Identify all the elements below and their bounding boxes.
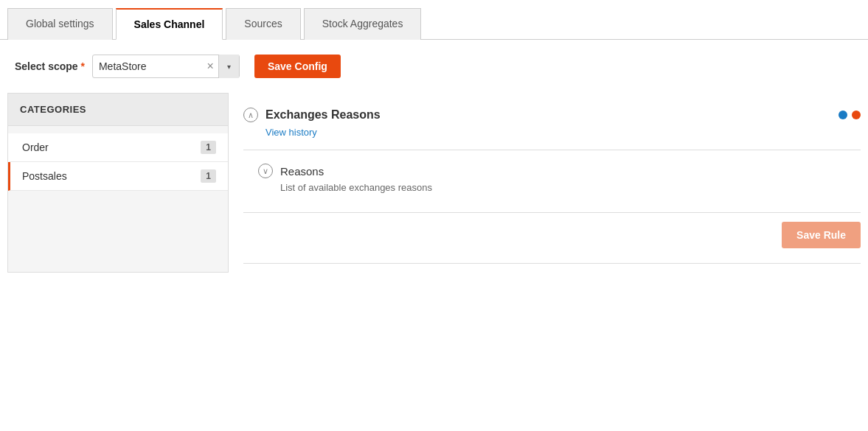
save-rule-button[interactable]: Save Rule bbox=[782, 222, 861, 248]
sub-section-description: List of available exchanges reasons bbox=[258, 182, 432, 193]
section-collapse-icon[interactable]: ∧ bbox=[243, 108, 258, 122]
main-content: CATEGORIES Order 1 Postsales 1 ∧ Exchang… bbox=[0, 93, 868, 273]
required-indicator: * bbox=[81, 60, 85, 72]
scope-label: Select scope * bbox=[15, 60, 85, 72]
subsection-collapse-icon[interactable]: ∨ bbox=[258, 164, 273, 178]
scope-row: Select scope * MetaStore × ▾ Save Config bbox=[0, 40, 868, 93]
tabs-bar: Global settings Sales Channel Sources St… bbox=[0, 0, 868, 40]
sub-section-header: ∨ Reasons bbox=[258, 164, 861, 178]
section-title: Exchanges Reasons bbox=[265, 108, 381, 122]
sub-section-title: Reasons bbox=[280, 165, 324, 178]
tab-sales-channel[interactable]: Sales Channel bbox=[116, 8, 223, 40]
tab-sources[interactable]: Sources bbox=[226, 8, 300, 40]
section-header: ∧ Exchanges Reasons bbox=[243, 100, 861, 127]
scope-clear-button[interactable]: × bbox=[203, 55, 218, 78]
sidebar-item-postsales-label: Postsales bbox=[22, 170, 67, 182]
footer-divider bbox=[243, 263, 861, 264]
sidebar-item-postsales-badge: 1 bbox=[201, 169, 216, 183]
section-dots bbox=[839, 111, 861, 119]
orange-dot bbox=[852, 111, 861, 119]
bottom-divider bbox=[243, 212, 861, 213]
sidebar: CATEGORIES Order 1 Postsales 1 bbox=[7, 93, 229, 273]
view-history-link[interactable]: View history bbox=[243, 127, 861, 144]
section-divider bbox=[243, 150, 861, 150]
scope-select-value: MetaStore bbox=[93, 55, 203, 78]
save-config-button[interactable]: Save Config bbox=[254, 55, 341, 78]
right-content: ∧ Exchanges Reasons View history ∨ Reaso… bbox=[243, 93, 861, 273]
sidebar-item-postsales[interactable]: Postsales 1 bbox=[8, 162, 228, 191]
scope-dropdown-button[interactable]: ▾ bbox=[218, 55, 239, 78]
scope-select-wrapper[interactable]: MetaStore × ▾ bbox=[92, 55, 240, 78]
sidebar-item-order-label: Order bbox=[22, 141, 49, 153]
sidebar-header: CATEGORIES bbox=[8, 94, 228, 126]
sub-section: ∨ Reasons List of available exchanges re… bbox=[243, 156, 861, 200]
blue-dot bbox=[839, 111, 847, 119]
sidebar-spacer bbox=[8, 126, 228, 133]
sidebar-item-order-badge: 1 bbox=[201, 141, 216, 154]
tab-global-settings[interactable]: Global settings bbox=[7, 8, 113, 40]
tab-stock-aggregates[interactable]: Stock Aggregates bbox=[304, 8, 422, 40]
sidebar-item-order[interactable]: Order 1 bbox=[8, 133, 228, 162]
